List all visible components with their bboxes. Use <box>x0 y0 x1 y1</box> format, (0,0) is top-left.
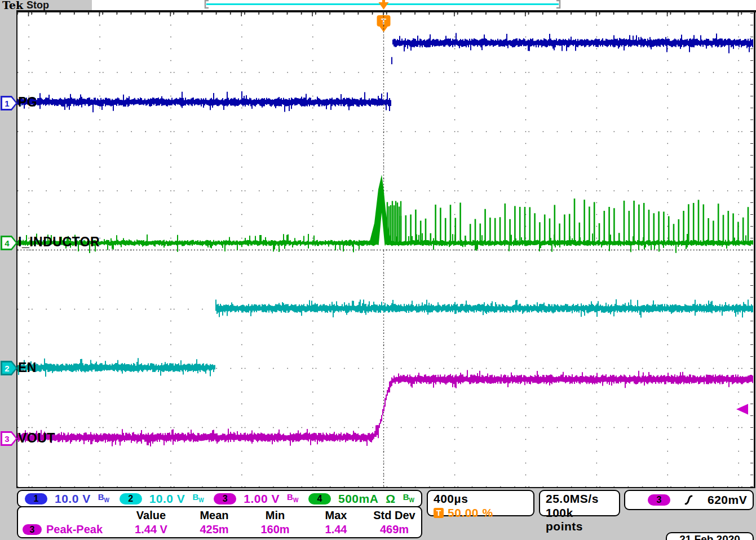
record-length-readout: 100k points <box>546 506 613 533</box>
graticule-bottom-border <box>16 487 755 488</box>
meas-name: Peak-Peak <box>46 523 103 536</box>
tek-logo: Tek <box>2 0 23 11</box>
graticule-canvas: T <box>0 0 756 540</box>
channel-readout-box: 1 10.0 V BW 2 10.0 V BW 3 1.00 V BW 4 50… <box>17 490 422 507</box>
trigger-flag-letter: T <box>381 16 386 26</box>
rising-edge-icon <box>684 494 694 506</box>
datestamp-text: 21 Feb 2020 <box>679 533 740 540</box>
ch3-reference-marker[interactable]: 3 <box>1 431 17 446</box>
oscilloscope-screen: T Tek Stop 1 4 2 3 PG I_INDUCTOR EN VOUT… <box>0 0 756 540</box>
ch4-scale: 500mA <box>338 492 378 506</box>
waveform-ch3-vout <box>17 370 753 446</box>
trigger-position-icon: T <box>434 508 444 518</box>
trigger-source-pill: 3 <box>648 494 670 506</box>
meas-stddev: 469m <box>368 523 421 536</box>
waveform-ch4-dense-switching <box>387 201 401 246</box>
ch1-bandwidth-icon: BW <box>98 493 109 504</box>
trigger-readout-box[interactable]: 3 620mV <box>624 490 754 510</box>
meas-min: 160m <box>246 523 304 536</box>
measurement-box: Value Mean Min Max Std Dev 3 Peak-Peak 1… <box>17 506 422 538</box>
meas-row-label: 3 Peak-Peak <box>18 523 120 536</box>
meas-header-stddev: Std Dev <box>368 509 421 522</box>
trigger-position-marker-icon <box>379 2 389 10</box>
ch2-reference-marker[interactable]: 2 <box>1 361 17 375</box>
waveform-ch2-en <box>17 299 753 377</box>
waveform-label-en: EN <box>18 360 37 375</box>
meas-source-pill: 3 <box>23 524 42 535</box>
waveform-label-pg: PG <box>18 95 37 110</box>
timebase-readout: 400µs <box>434 492 528 506</box>
ch1-readout[interactable]: 1 10.0 V BW <box>25 492 109 506</box>
meas-value: 1.44 V <box>120 523 183 536</box>
ch3-pill: 3 <box>214 493 236 504</box>
ch2-bandwidth-icon: BW <box>192 493 204 504</box>
waveform-label-vout: VOUT <box>18 431 55 446</box>
trigger-position-readout: 50.00 % <box>448 506 493 520</box>
horizontal-readout-box[interactable]: 400µs T 50.00 % <box>427 490 534 516</box>
record-view-bar <box>16 10 756 12</box>
meas-header-max: Max <box>304 509 368 522</box>
sample-rate-readout: 25.0MS/s <box>546 492 613 506</box>
ch4-readout[interactable]: 4 500mA Ω BW <box>308 492 414 506</box>
meas-mean: 425m <box>183 523 246 536</box>
ch3-scale: 1.00 V <box>244 492 280 506</box>
acquisition-readout-box[interactable]: 25.0MS/s 100k points <box>539 490 620 516</box>
meas-max: 1.44 <box>304 523 368 536</box>
trigger-level-arrow <box>736 404 748 415</box>
meas-header-min: Min <box>246 509 304 522</box>
waveform-label-i-inductor: I_INDUCTOR <box>18 234 100 250</box>
ch3-bandwidth-icon: BW <box>287 493 298 504</box>
meas-header-mean: Mean <box>183 509 246 522</box>
right-edge-ticks <box>750 14 753 487</box>
ch4-bandwidth-icon: BW <box>403 493 414 504</box>
trigger-level-readout: 620mV <box>708 493 747 507</box>
meas-header-value: Value <box>120 509 183 522</box>
datestamp-box: 21 Feb 2020 <box>666 532 754 540</box>
ch4-pill: 4 <box>308 493 331 504</box>
ch4-impedance: Ω <box>386 492 395 506</box>
acq-status: Stop <box>26 0 49 11</box>
ch1-reference-marker[interactable]: 1 <box>1 96 17 110</box>
ch2-scale: 10.0 V <box>149 492 185 506</box>
ch1-scale: 10.0 V <box>55 492 91 506</box>
ch1-pill: 1 <box>25 493 47 504</box>
ch2-pill: 2 <box>120 493 142 504</box>
ch4-reference-marker[interactable]: 4 <box>1 236 17 250</box>
ch3-readout[interactable]: 3 1.00 V BW <box>214 492 298 506</box>
ch2-readout[interactable]: 2 10.0 V BW <box>120 492 204 506</box>
graticule-right-border <box>754 10 755 488</box>
